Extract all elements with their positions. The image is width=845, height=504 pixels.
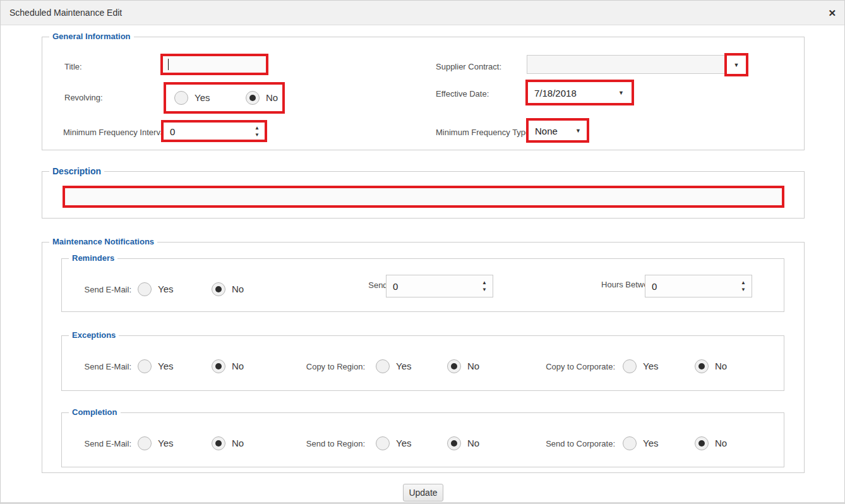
exceptions-group: Exceptions Send E-Mail: Yes No Copy to R… [61,335,784,391]
revolving-yes-radio[interactable] [174,91,188,105]
min-frequency-type-value: None [535,125,558,136]
send-to-corporate-label: Send to Corporate: [498,439,615,448]
send-to-corporate-no-radio[interactable] [695,436,709,450]
supplier-contract-label: Supplier Contract: [436,62,501,71]
completion-send-email-no-label: No [232,438,244,448]
copy-to-region-no-radio[interactable] [447,359,461,373]
exceptions-send-email-no-radio[interactable] [212,359,225,373]
send-to-region-label: Send to Region: [258,439,365,448]
hours-between-reminders-spinner[interactable]: 0 ▲ ▼ [645,275,752,297]
days-prior-spinner[interactable]: 0 ▲ ▼ [386,275,493,297]
copy-to-region-yes-radio[interactable] [376,359,390,373]
min-frequency-interval-label: Minimum Frequency Interval: [63,128,169,137]
completion-send-email-yes-radio[interactable] [138,436,152,450]
min-frequency-interval-spin-down-icon[interactable]: ▼ [255,132,260,137]
reminders-send-email-label: Send E-Mail: [62,285,131,294]
reminders-send-email-no-radio[interactable] [212,282,225,296]
reminders-send-email-yes-label: Yes [158,284,173,294]
min-frequency-interval-spin-up-icon[interactable]: ▲ [255,125,260,130]
update-button[interactable]: Update [403,484,443,501]
annotation-revolving-highlight: Yes No [164,82,285,114]
exceptions-legend: Exceptions [69,330,119,340]
min-frequency-type-dropdown[interactable]: None ▼ [529,121,587,140]
completion-send-email-yes-label: Yes [158,438,173,448]
exceptions-send-email-yes-label: Yes [158,361,173,371]
maintenance-notifications-group: Maintenance Notifications Reminders Send… [42,242,805,473]
effective-date-picker[interactable]: 7/18/2018 ▼ [528,82,632,103]
copy-to-region-no-label: No [467,361,479,371]
hours-between-spin-down-icon[interactable]: ▼ [741,287,746,292]
annotation-title-highlight [160,54,268,75]
maintenance-notifications-legend: Maintenance Notifications [49,237,157,246]
annotation-description-highlight [63,186,784,208]
annotation-supplier-dropdown-highlight: ▼ [724,53,748,76]
exceptions-send-email-yes-radio[interactable] [138,359,152,373]
min-frequency-type-label: Minimum Frequency Type: [436,128,532,137]
send-to-region-no-label: No [467,438,479,448]
supplier-contract-combobox[interactable] [527,55,734,74]
days-prior-spin-up-icon[interactable]: ▲ [482,280,487,285]
effective-date-label: Effective Date: [436,89,489,99]
send-to-corporate-yes-radio[interactable] [623,436,637,450]
description-input[interactable] [65,188,782,205]
revolving-no-radio[interactable] [246,91,260,105]
days-prior-value: 0 [393,281,398,292]
hours-between-reminders-value: 0 [652,281,657,292]
revolving-yes-label: Yes [195,92,210,103]
days-prior-spin-down-icon[interactable]: ▼ [482,287,487,292]
min-frequency-interval-spinner[interactable]: 0 ▲ ▼ [164,123,265,140]
completion-send-email-label: Send E-Mail: [62,439,131,448]
copy-to-corporate-no-label: No [715,361,727,371]
reminders-group: Reminders Send E-Mail: Yes No Send (# Da… [61,258,784,312]
supplier-dropdown-arrow-icon[interactable]: ▼ [734,62,740,68]
revolving-label: Revolving: [64,93,103,102]
title-label: Title: [64,62,82,71]
reminders-send-email-yes-radio[interactable] [138,282,152,296]
annotation-min-frequency-type-highlight: None ▼ [526,118,589,143]
send-to-corporate-no-label: No [715,438,727,448]
send-to-region-yes-label: Yes [396,438,411,448]
scheduled-maintenance-edit-dialog: Scheduled Maintenance Edit ✕ General Inf… [0,0,845,504]
completion-send-email-no-radio[interactable] [212,436,225,450]
description-legend: Description [49,166,104,176]
copy-to-corporate-label: Copy to Corporate: [498,362,615,371]
exceptions-send-email-label: Send E-Mail: [62,362,131,371]
send-to-region-yes-radio[interactable] [376,436,390,450]
copy-to-region-yes-label: Yes [396,361,411,371]
copy-to-corporate-yes-radio[interactable] [623,359,637,373]
general-information-group: General Information Title: Supplier Cont… [42,37,805,150]
description-group: Description [42,171,805,219]
copy-to-corporate-no-radio[interactable] [695,359,709,373]
completion-legend: Completion [69,407,121,417]
effective-date-value: 7/18/2018 [534,87,577,98]
exceptions-send-email-no-label: No [232,361,244,371]
dialog-titlebar: Scheduled Maintenance Edit ✕ [1,1,844,25]
general-information-legend: General Information [49,32,134,41]
annotation-min-frequency-interval-highlight: 0 ▲ ▼ [161,120,267,142]
text-cursor [168,59,169,70]
title-input[interactable] [163,56,266,73]
revolving-no-label: No [266,92,278,103]
send-to-region-no-radio[interactable] [447,436,461,450]
send-to-corporate-yes-label: Yes [643,438,658,448]
copy-to-region-label: Copy to Region: [258,362,365,371]
annotation-effective-date-highlight: 7/18/2018 ▼ [525,80,634,105]
copy-to-corporate-yes-label: Yes [643,361,658,371]
hours-between-spin-up-icon[interactable]: ▲ [741,280,746,285]
dialog-title: Scheduled Maintenance Edit [9,1,122,25]
close-icon[interactable]: ✕ [828,1,836,25]
min-frequency-type-dropdown-arrow-icon[interactable]: ▼ [575,128,581,134]
completion-group: Completion Send E-Mail: Yes No Send to R… [61,412,784,467]
effective-date-dropdown-arrow-icon[interactable]: ▼ [618,90,624,96]
reminders-legend: Reminders [69,253,117,263]
min-frequency-interval-value: 0 [170,126,175,136]
reminders-send-email-no-label: No [232,284,244,294]
